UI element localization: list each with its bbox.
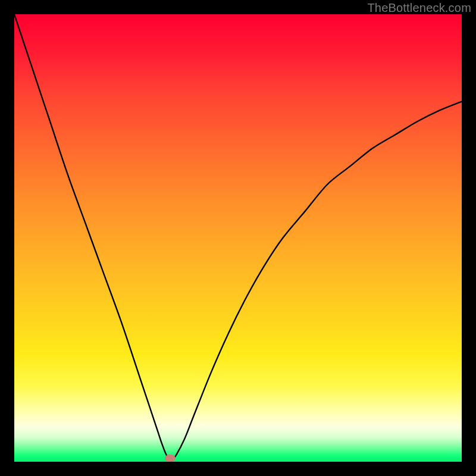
bottleneck-curve (14, 14, 462, 462)
bottleneck-marker (165, 455, 176, 462)
watermark-text: TheBottleneck.com (367, 1, 471, 15)
